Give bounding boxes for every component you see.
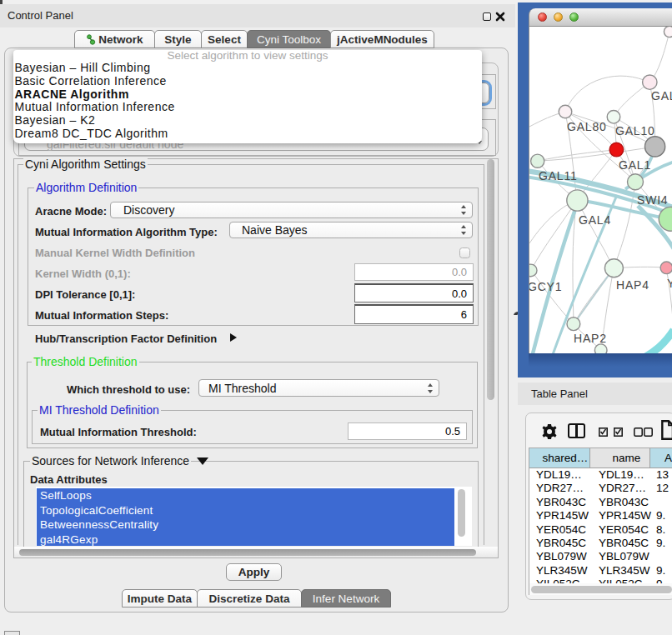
svg-text:GAL11: GAL11 (539, 169, 578, 182)
svg-text:GAL1: GAL1 (619, 158, 651, 172)
svg-text:SWI4: SWI4 (637, 193, 668, 207)
svg-text:Y: Y (667, 277, 672, 290)
svg-text:HAP4: HAP4 (616, 278, 649, 292)
svg-text:GAL80: GAL80 (567, 120, 607, 133)
svg-text:HAP2: HAP2 (574, 332, 607, 345)
svg-text:GAL: GAL (651, 89, 672, 102)
svg-text:GCY1: GCY1 (529, 280, 562, 293)
svg-text:GAL10: GAL10 (615, 124, 655, 138)
svg-text:GAL4: GAL4 (579, 213, 611, 227)
